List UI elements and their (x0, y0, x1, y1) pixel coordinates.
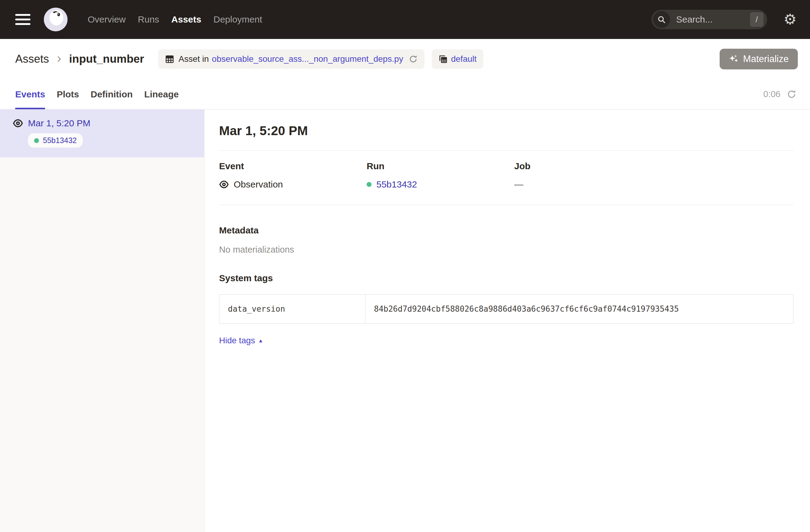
refresh-area: 0:06 (763, 79, 797, 109)
navbar-right: Search... / ⚙ (651, 10, 797, 29)
asset-location-pill: Asset in observable_source_ass..._non_ar… (158, 49, 424, 69)
navbar-left: Overview Runs Assets Deployment (15, 7, 262, 31)
refresh-countdown: 0:06 (763, 89, 780, 99)
run-id-label: 55b13432 (43, 136, 77, 145)
tag-row: data_version 84b26d7d9204cbf588026c8a988… (220, 295, 794, 323)
job-empty-value: — (514, 179, 523, 190)
job-column: Job — (514, 161, 662, 190)
dagster-logo-icon[interactable] (44, 7, 67, 31)
hide-tags-link[interactable]: Hide tags ▲ (219, 336, 263, 345)
run-status-dot (34, 138, 39, 143)
event-list-item[interactable]: Mar 1, 5:20 PM 55b13432 (0, 110, 204, 157)
content-area: Mar 1, 5:20 PM 55b13432 Mar 1, 5:20 PM E… (0, 110, 810, 532)
hide-tags-label: Hide tags (219, 336, 255, 345)
materialize-button[interactable]: Materialize (719, 49, 798, 69)
job-column-header: Job (514, 161, 662, 171)
sparkles-icon (729, 54, 739, 64)
system-tags-heading: System tags (219, 273, 794, 283)
event-column-header: Event (219, 161, 367, 171)
nav-item-runs[interactable]: Runs (138, 14, 159, 25)
metadata-empty-text: No materializations (219, 245, 794, 255)
breadcrumb: Assets input_number (15, 53, 144, 65)
nav-item-assets[interactable]: Assets (171, 14, 201, 25)
search-input[interactable]: Search... / (651, 10, 767, 29)
run-pill[interactable]: 55b13432 (28, 133, 83, 148)
metadata-section: Metadata No materializations (219, 225, 794, 255)
breadcrumb-assets-link[interactable]: Assets (15, 53, 49, 65)
tag-key-cell: data_version (220, 295, 366, 323)
top-navbar: Overview Runs Assets Deployment Search..… (0, 0, 810, 39)
menu-icon[interactable] (15, 14, 30, 25)
system-tags-section: System tags data_version 84b26d7d9204cbf… (219, 273, 794, 345)
eye-icon (13, 118, 23, 128)
tag-value-cell: 84b26d7d9204cbf588026c8a9886d403a6c9637c… (366, 295, 794, 323)
breadcrumb-current-asset: input_number (69, 53, 144, 65)
materialize-label: Materialize (743, 53, 789, 65)
event-date-row: Mar 1, 5:20 PM (13, 118, 197, 128)
event-column: Event Observation (219, 161, 367, 190)
asset-group-pill: default (432, 49, 483, 69)
asset-header-left: Assets input_number Asset in (15, 49, 483, 69)
primary-nav: Overview Runs Assets Deployment (87, 14, 262, 25)
search-shortcut-badge: / (750, 12, 763, 27)
caret-up-icon: ▲ (258, 338, 263, 343)
asset-tabs: Events Plots Definition Lineage (15, 79, 179, 109)
event-date-label: Mar 1, 5:20 PM (28, 118, 91, 128)
metadata-heading: Metadata (219, 225, 794, 236)
asset-location-prefix: Asset in (179, 54, 209, 64)
asset-header-bar: Assets input_number Asset in (0, 39, 810, 79)
reload-location-icon[interactable] (409, 54, 418, 64)
asset-group-icon (438, 54, 448, 64)
system-tags-table: data_version 84b26d7d9204cbf588026c8a988… (219, 294, 794, 323)
event-summary-grid: Event Observation Run (219, 150, 794, 205)
tab-bar: Events Plots Definition Lineage 0:06 (0, 79, 810, 110)
events-sidebar: Mar 1, 5:20 PM 55b13432 (0, 110, 205, 532)
table-icon (165, 54, 174, 64)
nav-item-overview[interactable]: Overview (87, 14, 126, 25)
search-placeholder: Search... (676, 14, 750, 25)
run-column: Run 55b13432 (367, 161, 514, 190)
nav-item-deployment[interactable]: Deployment (213, 14, 262, 25)
tab-events[interactable]: Events (15, 79, 45, 109)
event-detail-panel: Mar 1, 5:20 PM Event Observation (205, 110, 810, 532)
refresh-icon[interactable] (787, 89, 797, 99)
asset-group-link[interactable]: default (451, 54, 476, 64)
run-column-header: Run (367, 161, 514, 171)
tab-plots[interactable]: Plots (56, 79, 79, 109)
run-status-dot (367, 182, 372, 187)
event-detail-title: Mar 1, 5:20 PM (219, 124, 794, 138)
run-id-link[interactable]: 55b13432 (376, 179, 417, 190)
observation-eye-icon (219, 180, 229, 189)
tab-lineage[interactable]: Lineage (144, 79, 179, 109)
chevron-right-icon (55, 55, 63, 63)
search-icon (653, 11, 670, 28)
tab-definition[interactable]: Definition (91, 79, 133, 109)
gear-icon[interactable]: ⚙ (783, 12, 797, 27)
dagster-app: Overview Runs Assets Deployment Search..… (0, 0, 810, 532)
event-type-value: Observation (234, 179, 283, 190)
code-location-link[interactable]: observable_source_ass..._non_argument_de… (212, 54, 403, 64)
